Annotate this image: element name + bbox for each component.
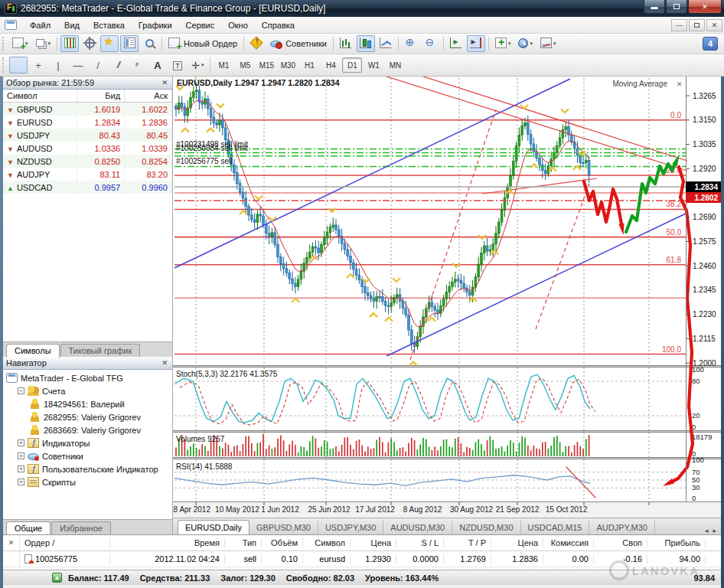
- chart-tab-audusd-m30[interactable]: AUDUSD,M30: [383, 521, 452, 534]
- expert-advisors-button[interactable]: Советники: [267, 35, 330, 52]
- zoom-out-button[interactable]: [422, 35, 440, 52]
- tree-item-6[interactable]: +Советники: [3, 449, 172, 462]
- terminal-col-sl[interactable]: S / L: [396, 538, 444, 547]
- notification-badge[interactable]: 4: [703, 37, 718, 51]
- chart-tab-nzdusd-m30[interactable]: NZDUSD,M30: [452, 521, 520, 534]
- tree-item-0[interactable]: MetaTrader - E-Global TFG: [3, 371, 172, 384]
- child-minimize-icon[interactable]: —: [671, 19, 687, 31]
- cursor-tool-button[interactable]: [9, 57, 28, 74]
- collapse-icon[interactable]: −: [18, 387, 24, 394]
- strategy-tester-button[interactable]: [140, 35, 158, 52]
- new-order-button[interactable]: Новый Ордер: [165, 35, 240, 52]
- market-watch-col-1[interactable]: Бид: [77, 90, 125, 103]
- metaeditor-button[interactable]: [247, 35, 266, 52]
- terminal-button[interactable]: [120, 35, 139, 52]
- timeframe-m30[interactable]: M30: [278, 57, 298, 73]
- terminal-col-swap[interactable]: Своп: [594, 538, 647, 547]
- timeframe-h1[interactable]: H1: [299, 57, 319, 73]
- market-watch-row-audjpy[interactable]: ▼AUDJPY83.1183.20: [3, 168, 172, 181]
- tree-item-5[interactable]: +Индикаторы: [3, 436, 172, 449]
- timeframe-m15[interactable]: M15: [256, 57, 276, 73]
- candlestick-button[interactable]: [357, 35, 375, 52]
- data-window-button[interactable]: [80, 35, 99, 52]
- terminal-col-order[interactable]: Ордер /: [20, 538, 110, 547]
- channel-tool-button[interactable]: //: [109, 57, 127, 74]
- line-chart-button[interactable]: [377, 35, 395, 52]
- trendline-tool-button[interactable]: /: [89, 57, 107, 74]
- child-restore-icon[interactable]: [689, 19, 705, 31]
- new-chart-button[interactable]: ▾: [9, 35, 31, 52]
- expand-icon[interactable]: +: [18, 466, 24, 472]
- market-watch-row-usdjpy[interactable]: ▼USDJPY80.4380.45: [3, 129, 172, 142]
- vertical-line-tool-button[interactable]: |: [49, 57, 67, 74]
- timeframe-m5[interactable]: M5: [235, 57, 255, 73]
- menu-item-2[interactable]: Вставка: [86, 18, 132, 32]
- terminal-col-profit[interactable]: Прибыль: [647, 538, 706, 547]
- horizontal-line-tool-button[interactable]: —: [69, 57, 87, 74]
- market-watch-close-icon[interactable]: ✕: [160, 79, 169, 87]
- tab-тиковый-график[interactable]: Тиковый график: [60, 344, 141, 357]
- timeframe-d1[interactable]: D1: [342, 57, 362, 73]
- tree-item-1[interactable]: −Счета: [3, 384, 172, 397]
- tree-item-7[interactable]: +Пользовательские Индикатор: [3, 462, 172, 475]
- chart-tab-usdcad-m15[interactable]: USDCAD,M15: [521, 521, 590, 534]
- market-watch-col-0[interactable]: Символ: [3, 90, 77, 103]
- auto-scroll-button[interactable]: [447, 35, 465, 52]
- chart-tab-eurusd-daily[interactable]: EURUSD,Daily: [178, 520, 249, 534]
- indicators-button[interactable]: ▾: [492, 35, 514, 52]
- terminal-close-icon[interactable]: ✕: [3, 535, 20, 550]
- tab-общие[interactable]: Общие: [6, 521, 51, 535]
- crosshair-tool-button[interactable]: +: [29, 57, 47, 74]
- terminal-col-price2[interactable]: Цена: [491, 538, 543, 547]
- terminal-col-type[interactable]: Тип: [225, 538, 262, 547]
- zoom-in-button[interactable]: [402, 35, 420, 52]
- timeframe-m1[interactable]: M1: [214, 57, 233, 73]
- menu-item-6[interactable]: Справка: [255, 18, 302, 32]
- profiles-button[interactable]: ▾: [33, 35, 54, 52]
- menu-item-5[interactable]: Окно: [221, 18, 255, 32]
- market-watch-row-eurusd[interactable]: ▼EURUSD1.28341.2836: [3, 116, 172, 129]
- navigator-button[interactable]: [100, 35, 119, 52]
- navigator-close-icon[interactable]: ✕: [160, 359, 169, 367]
- menu-item-4[interactable]: Сервис: [179, 18, 222, 32]
- tree-item-3[interactable]: 2682955: Valeriy Grigorev: [3, 410, 172, 423]
- terminal-col-tp[interactable]: T / P: [444, 538, 491, 547]
- menu-item-0[interactable]: Файл: [23, 18, 57, 32]
- expand-icon[interactable]: +: [18, 479, 24, 485]
- timeframe-h4[interactable]: H4: [321, 57, 341, 73]
- terminal-col-volume[interactable]: Объём: [262, 538, 303, 547]
- chart-area[interactable]: 0.023.638.250.061.8100.0#100231498 sell …: [173, 77, 721, 518]
- child-close-icon[interactable]: ✕: [706, 19, 722, 31]
- market-watch-row-gbpusd[interactable]: ▼GBPUSD1.60191.6022: [3, 103, 172, 116]
- chart-tab-gbpusd-m30[interactable]: GBPUSD,M30: [249, 521, 318, 534]
- scroll-left-icon[interactable]: ◂: [705, 527, 709, 534]
- timeframe-mn[interactable]: MN: [385, 57, 405, 73]
- terminal-col-time[interactable]: Время: [110, 538, 225, 547]
- menu-item-1[interactable]: Вид: [57, 18, 86, 32]
- tab-символы[interactable]: Символы: [6, 344, 60, 358]
- expand-icon[interactable]: +: [18, 452, 24, 459]
- tree-item-2[interactable]: 184294561: Валерий: [3, 397, 172, 410]
- scroll-right-icon[interactable]: ▸: [713, 527, 716, 534]
- expand-icon[interactable]: +: [18, 439, 24, 446]
- chart-tab-audjpy-m30[interactable]: AUDJPY,M30: [589, 521, 654, 534]
- templates-button[interactable]: ▾: [537, 35, 559, 52]
- text-tool-button[interactable]: A: [148, 57, 167, 74]
- eurusd-daily-chart[interactable]: 0.023.638.250.061.8100.0#100231498 sell …: [173, 77, 721, 518]
- tab-избранное[interactable]: Избранное: [51, 521, 111, 534]
- tree-item-4[interactable]: 2683669: Valeriy Grigorev: [3, 423, 172, 436]
- tree-item-8[interactable]: +Скрипты: [3, 475, 172, 488]
- menu-item-3[interactable]: Графики: [132, 18, 179, 32]
- minimize-icon[interactable]: ▬: [644, 0, 665, 14]
- arrows-tool-button[interactable]: ✛▾: [188, 57, 207, 74]
- terminal-col-symbol[interactable]: Символ: [303, 538, 351, 547]
- label-tool-button[interactable]: T: [168, 57, 187, 74]
- market-watch-row-nzdusd[interactable]: ▼NZDUSD0.82500.8254: [3, 155, 172, 168]
- terminal-col-commission[interactable]: Комиссия: [543, 538, 594, 547]
- close-icon[interactable]: ✕: [688, 0, 722, 14]
- fibonacci-tool-button[interactable]: [129, 57, 147, 74]
- maximize-icon[interactable]: [666, 0, 687, 14]
- timeframe-w1[interactable]: W1: [364, 57, 383, 73]
- bar-chart-button[interactable]: [337, 35, 355, 52]
- market-watch-col-2[interactable]: Аск: [125, 90, 172, 103]
